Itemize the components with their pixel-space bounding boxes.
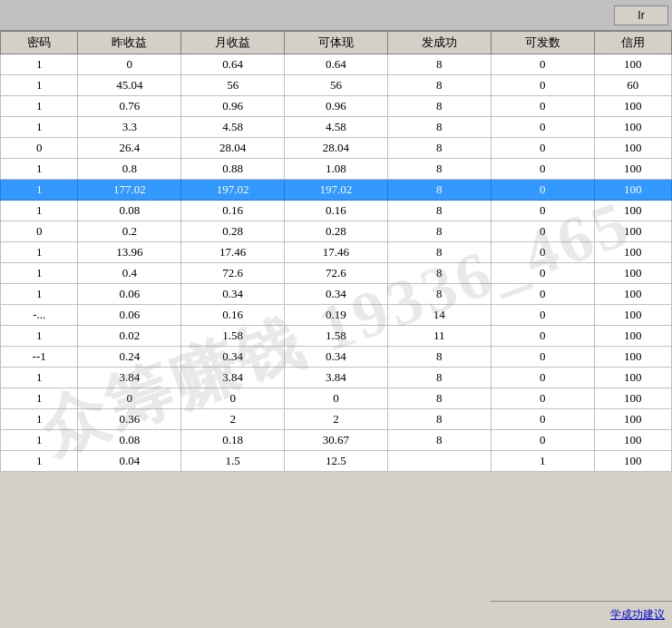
- table-cell: 8: [387, 180, 491, 201]
- table-cell: 11: [387, 326, 491, 347]
- table-cell: 8: [387, 138, 491, 159]
- table-cell: 1: [1, 388, 78, 409]
- table-cell: 0.34: [285, 284, 388, 305]
- table-row[interactable]: 10.080.160.1680100: [1, 201, 672, 221]
- table-cell: 56: [181, 75, 285, 96]
- table-cell: 17.46: [285, 242, 388, 263]
- table-cell: 0.96: [181, 96, 285, 117]
- table-cell: 1: [1, 430, 78, 451]
- table-row[interactable]: 13.34.584.5880100: [1, 117, 672, 138]
- table-cell: 100: [594, 138, 671, 159]
- table-cell: 14: [387, 305, 491, 326]
- table-cell: [387, 451, 491, 472]
- table-cell: 8: [387, 117, 491, 138]
- table-row[interactable]: 13.843.843.8480100: [1, 368, 672, 388]
- table-cell: 0: [491, 138, 594, 159]
- top-bar: Ir: [0, 0, 672, 31]
- table-cell: 2: [181, 409, 285, 430]
- table-cell: 0.06: [78, 305, 181, 326]
- table-cell: 1: [1, 180, 78, 201]
- table-cell: 8: [387, 159, 491, 180]
- table-row[interactable]: 100080100: [1, 388, 672, 409]
- table-header-row: 密码 昨收益 月收益 可体现 发成功 可发数 信用: [1, 32, 672, 54]
- col-header-ketixian: 可体现: [285, 32, 388, 54]
- table-row[interactable]: 10.060.340.3480100: [1, 284, 672, 305]
- table-row[interactable]: -...0.060.160.19140100: [1, 305, 672, 326]
- table-cell: 197.02: [181, 180, 285, 201]
- table-cell: 1: [491, 451, 594, 472]
- table-cell: 8: [387, 54, 491, 75]
- table-cell: 0: [285, 388, 388, 409]
- table-cell: 3.3: [78, 117, 181, 138]
- table-cell: --1: [1, 347, 78, 368]
- table-row[interactable]: 10.080.1830.6780100: [1, 430, 672, 451]
- table-cell: 1: [1, 326, 78, 347]
- col-header-zuoshouyi: 昨收益: [78, 32, 181, 54]
- table-cell: 0: [78, 54, 181, 75]
- table-row[interactable]: 1177.02197.02197.0280100: [1, 180, 672, 201]
- table-cell: 100: [594, 451, 671, 472]
- table-cell: 1.58: [285, 326, 388, 347]
- table-cell: 12.5: [285, 451, 388, 472]
- table-cell: 0: [1, 221, 78, 242]
- table-cell: 0.04: [78, 451, 181, 472]
- table-row[interactable]: 10.021.581.58110100: [1, 326, 672, 347]
- col-header-yueshouyi: 月收益: [181, 32, 285, 54]
- table-row[interactable]: 145.0456568060: [1, 75, 672, 96]
- table-cell: 100: [594, 201, 671, 221]
- table-cell: 8: [387, 96, 491, 117]
- table-cell: 0.24: [78, 347, 181, 368]
- table-cell: 100: [594, 305, 671, 326]
- table-cell: 0: [491, 388, 594, 409]
- table-cell: 100: [594, 388, 671, 409]
- table-cell: 8: [387, 430, 491, 451]
- table-cell: 1: [1, 117, 78, 138]
- table-cell: 8: [387, 263, 491, 284]
- table-row[interactable]: --10.240.340.3480100: [1, 347, 672, 368]
- table-cell: 177.02: [78, 180, 181, 201]
- table-cell: 8: [387, 75, 491, 96]
- table-cell: 0: [491, 263, 594, 284]
- table-cell: 100: [594, 54, 671, 75]
- table-cell: 3.84: [285, 368, 388, 388]
- table-cell: 3.84: [181, 368, 285, 388]
- table-cell: 0: [491, 180, 594, 201]
- table-cell: 0.34: [181, 284, 285, 305]
- table-cell: 1: [1, 54, 78, 75]
- bottom-bar: 学成功建议: [491, 601, 672, 628]
- table-row[interactable]: 026.428.0428.0480100: [1, 138, 672, 159]
- table-cell: 0.08: [78, 430, 181, 451]
- table-cell: 30.67: [285, 430, 388, 451]
- table-cell: 8: [387, 368, 491, 388]
- table-row[interactable]: 10.760.960.9680100: [1, 96, 672, 117]
- table-row[interactable]: 10.041.512.51100: [1, 451, 672, 472]
- table-cell: 100: [594, 242, 671, 263]
- table-cell: -...: [1, 305, 78, 326]
- table-cell: 0.96: [285, 96, 388, 117]
- table-cell: 0: [1, 138, 78, 159]
- table-cell: 0.06: [78, 284, 181, 305]
- table-cell: 0.34: [285, 347, 388, 368]
- table-row[interactable]: 10.472.672.680100: [1, 263, 672, 284]
- ir-button[interactable]: Ir: [614, 5, 668, 25]
- table-cell: 100: [594, 221, 671, 242]
- table-row[interactable]: 113.9617.4617.4680100: [1, 242, 672, 263]
- table-cell: 0.36: [78, 409, 181, 430]
- table-cell: 72.6: [181, 263, 285, 284]
- table-cell: 0.19: [285, 305, 388, 326]
- col-header-xinyong: 信用: [594, 32, 671, 54]
- table-cell: 0: [491, 305, 594, 326]
- table-cell: 0: [491, 368, 594, 388]
- table-row[interactable]: 00.20.280.2880100: [1, 221, 672, 242]
- table-cell: 0.16: [181, 201, 285, 221]
- table-row[interactable]: 10.362280100: [1, 409, 672, 430]
- table-cell: 1: [1, 409, 78, 430]
- table-cell: 72.6: [285, 263, 388, 284]
- bottom-link[interactable]: 学成功建议: [610, 607, 665, 623]
- table-cell: 100: [594, 117, 671, 138]
- table-cell: 8: [387, 221, 491, 242]
- table-cell: 13.96: [78, 242, 181, 263]
- table-row[interactable]: 10.80.881.0880100: [1, 159, 672, 180]
- table-cell: 26.4: [78, 138, 181, 159]
- table-row[interactable]: 100.640.6480100: [1, 54, 672, 75]
